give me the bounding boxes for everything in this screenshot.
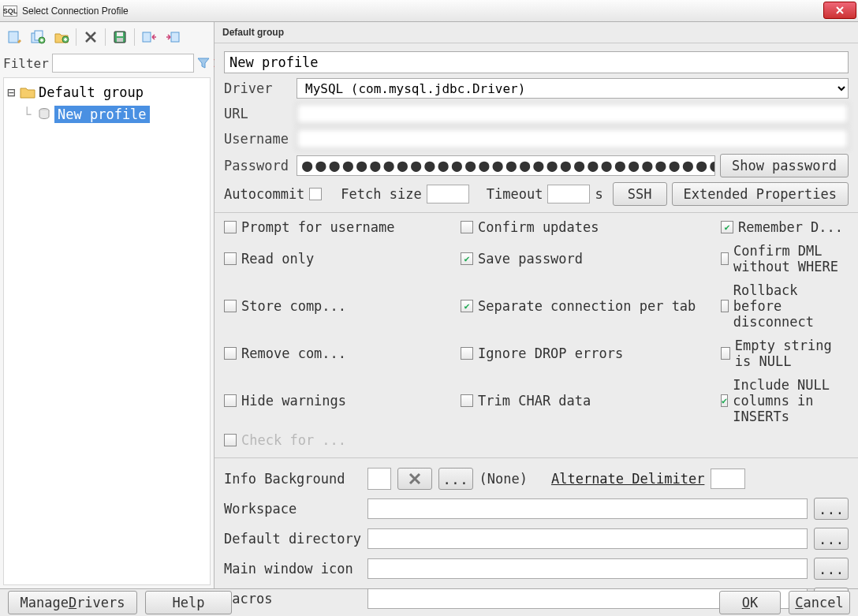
fetch-size-input[interactable] [427, 185, 469, 203]
remove-com-check[interactable]: Remove com... [224, 338, 461, 369]
macros-label: Macros [224, 591, 361, 607]
remember-check[interactable]: ✔Remember D... [721, 219, 849, 235]
new-profile-button[interactable] [3, 27, 25, 47]
fetch-size-label: Fetch size [341, 186, 421, 202]
confirm-updates-check[interactable]: Confirm updates [461, 219, 721, 235]
username-row: Username [224, 129, 849, 149]
separate-conn-check[interactable]: ✔Separate connection per tab [461, 282, 721, 330]
store-comp-check[interactable]: Store comp... [224, 282, 461, 330]
save-icon [113, 30, 127, 44]
import-button[interactable] [138, 27, 160, 47]
info-bg-row: Info Background ... (None) Alternate Del… [224, 468, 849, 490]
ignore-drop-check[interactable]: Ignore DROP errors [461, 338, 721, 369]
trim-char-check[interactable]: Trim CHAR data [461, 377, 721, 424]
filter-input[interactable] [52, 54, 194, 73]
copy-icon [30, 30, 46, 44]
info-bg-colorwell[interactable] [367, 468, 391, 490]
autocommit-checkbox[interactable] [309, 188, 322, 200]
default-dir-browse-button[interactable]: ... [814, 528, 849, 550]
svg-rect-6 [117, 32, 123, 36]
hide-warnings-check[interactable]: Hide warnings [224, 377, 461, 424]
empty-null-check[interactable]: Empty string is NULL [721, 338, 849, 369]
include-null-check[interactable]: ✔Include NULL columns in INSERTs [721, 377, 849, 424]
tree-collapse-icon[interactable]: ⊟ [7, 84, 17, 100]
funnel-icon [197, 57, 210, 69]
info-bg-label: Info Background [224, 471, 345, 487]
close-button[interactable] [823, 2, 856, 19]
ssh-button[interactable]: SSH [613, 182, 667, 206]
delete-button[interactable] [80, 27, 102, 47]
connection-form: Driver MySQL (com.mysql.jdbc.Driver) URL… [214, 43, 858, 212]
toolbar-divider [105, 28, 106, 46]
export-icon [165, 30, 181, 44]
default-dir-row: Default directory ... [224, 528, 849, 550]
tree-connector: └ [23, 106, 34, 122]
password-row: Password ●●●●●●●●●●●●●●●●●●●●●●●●●●●●●●●… [224, 154, 849, 177]
alt-delimiter-input[interactable] [711, 469, 745, 489]
left-toolbar [3, 25, 211, 52]
main-icon-input[interactable] [367, 558, 808, 579]
info-bg-clear-button[interactable] [397, 468, 432, 490]
alt-delimiter-link[interactable]: Alternate Delimiter [551, 471, 704, 487]
filter-apply-button[interactable] [197, 55, 210, 71]
tree-group-row[interactable]: ⊟ Default group [6, 81, 208, 103]
ok-button[interactable]: OK [719, 591, 781, 614]
read-only-check[interactable]: Read only [224, 243, 450, 274]
cancel-button[interactable]: Cancel [789, 591, 850, 614]
profile-tree[interactable]: ⊟ Default group └ New profile [3, 77, 211, 585]
timeout-unit: s [595, 186, 602, 202]
svg-rect-0 [9, 32, 18, 43]
url-input[interactable] [297, 103, 849, 124]
default-dir-label: Default directory [224, 531, 361, 547]
manage-drivers-button[interactable]: Manage Drivers [8, 591, 137, 614]
workspace-browse-button[interactable]: ... [814, 498, 849, 520]
extended-properties-button[interactable]: Extended Properties [672, 182, 849, 206]
save-button[interactable] [109, 27, 131, 47]
rollback-check[interactable]: Rollback before disconnect [721, 282, 849, 330]
import-icon [141, 30, 157, 44]
folder-icon [20, 86, 35, 99]
x-icon [408, 472, 422, 486]
info-bg-browse-button[interactable]: ... [438, 468, 473, 490]
workspace-row: Workspace ... [224, 498, 849, 520]
svg-rect-9 [171, 32, 179, 42]
check-for-check[interactable]: Check for ... [224, 432, 461, 448]
workspace-label: Workspace [224, 501, 361, 517]
timeout-input[interactable] [547, 185, 590, 203]
database-icon [37, 107, 51, 121]
default-dir-input[interactable] [367, 528, 808, 549]
profile-name-input[interactable] [224, 51, 849, 73]
show-password-button[interactable]: Show password [720, 154, 849, 177]
folder-plus-icon [54, 30, 69, 44]
right-panel: Default group Driver MySQL (com.mysql.jd… [214, 22, 858, 588]
main-icon-browse-button[interactable]: ... [814, 558, 849, 580]
options-checkboxes: Prompt for username Confirm updates Read… [214, 212, 858, 458]
tree-profile-label: New profile [54, 106, 150, 123]
group-header: Default group [214, 22, 858, 43]
autocommit-label: Autocommit [224, 186, 304, 202]
prompt-username-check[interactable]: Prompt for username [224, 219, 461, 235]
driver-row: Driver MySQL (com.mysql.jdbc.Driver) [224, 78, 849, 99]
driver-label: Driver [224, 80, 292, 96]
help-button[interactable]: Help [145, 591, 232, 614]
workspace-input[interactable] [367, 498, 808, 519]
main-icon-row: Main window icon ... [224, 558, 849, 580]
toolbar-divider [134, 28, 135, 46]
confirm-dml-check[interactable]: Confirm DML without WHERE [721, 243, 849, 274]
new-folder-button[interactable] [50, 27, 73, 47]
copy-profile-button[interactable] [27, 27, 49, 47]
titlebar: SQL Select Connection Profile [0, 0, 858, 22]
app-icon: SQL [3, 6, 17, 17]
left-panel: Filter ⊟ Default group └ [0, 22, 214, 588]
filter-row: Filter [3, 52, 211, 77]
url-row: URL [224, 103, 849, 124]
url-label: URL [224, 106, 292, 121]
driver-select[interactable]: MySQL (com.mysql.jdbc.Driver) [297, 78, 849, 99]
tree-profile-row[interactable]: └ New profile [6, 103, 208, 125]
save-password-check[interactable]: ✔Save password [461, 243, 721, 274]
username-input[interactable] [297, 129, 849, 149]
delete-icon [84, 30, 98, 44]
export-button[interactable] [162, 27, 184, 47]
password-input[interactable]: ●●●●●●●●●●●●●●●●●●●●●●●●●●●●●●●● [297, 155, 715, 176]
page-icon [6, 30, 22, 44]
